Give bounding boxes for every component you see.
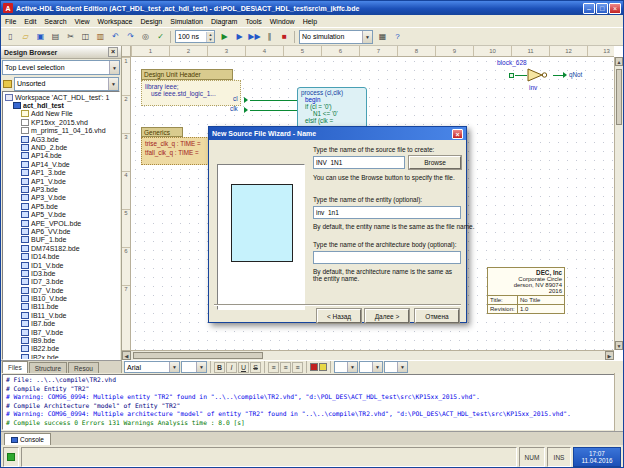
library-code-block[interactable]: library ieee;use ieee.std_logic_1... (141, 80, 241, 106)
scroll-left-icon[interactable]: ◀ (122, 351, 131, 360)
tree-item-file[interactable]: KP15xx_2015.vhd (3, 118, 119, 126)
font-family-combo[interactable]: Arial ▼ (124, 361, 180, 373)
tree-item-file[interactable]: IB22.bde (3, 345, 119, 353)
tree-item-file[interactable]: AP5.bde (3, 202, 119, 210)
tree-item-add-new-file[interactable]: Add New File (3, 110, 119, 118)
wire[interactable] (553, 75, 563, 76)
simulation-status-combo[interactable]: No simulation ▼ (299, 30, 373, 44)
console-output[interactable]: # File: ..\..\compile\TR2.vhd# Compile E… (2, 374, 622, 430)
tree-item-file[interactable]: IB9.bde (3, 336, 119, 344)
pin-label-clk[interactable]: clk (230, 105, 238, 112)
restart-icon[interactable]: ▶ (217, 30, 232, 44)
print-icon[interactable]: ▤ (48, 30, 63, 44)
tree-item-file[interactable]: ID1_V.bde (3, 261, 119, 269)
tree-item-file[interactable]: IB7_V.bde (3, 328, 119, 336)
pause-icon[interactable]: ∥ (262, 30, 277, 44)
menu-item[interactable]: Diagram (207, 18, 241, 25)
tree-item-file[interactable]: AP5_V.bde (3, 210, 119, 218)
tab-console[interactable]: Console (4, 433, 51, 445)
tree-item-file[interactable]: IB11_V.bde (3, 311, 119, 319)
tree-item-file[interactable]: AP6_VV.bde (3, 227, 119, 235)
maximize-button[interactable]: □ (596, 3, 608, 14)
tree-item-file[interactable]: AP1_3.bde (3, 169, 119, 177)
tree-item-file[interactable]: ID3.bde (3, 269, 119, 277)
menu-item[interactable]: View (71, 18, 94, 25)
align-left-icon[interactable]: ≡ (268, 362, 279, 373)
inverter-symbol[interactable] (527, 67, 553, 83)
waveform-icon[interactable]: ▦ (375, 30, 390, 44)
new-file-icon[interactable]: ▯ (3, 30, 18, 44)
tree-item-file[interactable]: DM74S182.bde (3, 244, 119, 252)
menu-item[interactable]: Window (266, 18, 299, 25)
italic-button[interactable]: I (226, 362, 237, 373)
tree-item-file[interactable]: AP3_V.bde (3, 194, 119, 202)
dialog-title-bar[interactable]: New Source File Wizard - Name × (209, 127, 466, 140)
underline-button[interactable]: U (238, 362, 249, 373)
horizontal-scrollbar[interactable]: ◀ ▶ (122, 350, 614, 360)
font-size-combo[interactable]: ▼ (181, 361, 207, 373)
pin-label-qnot[interactable]: qNot (569, 71, 582, 78)
tree-item-file[interactable]: IB10_V.bde (3, 294, 119, 302)
paste-icon[interactable]: ▥ (93, 30, 108, 44)
dialog-close-icon[interactable]: × (452, 129, 463, 139)
console-scrollbar[interactable] (614, 373, 623, 431)
find-icon[interactable]: ◎ (138, 30, 153, 44)
scroll-thumb[interactable] (616, 69, 622, 125)
undo-icon[interactable]: ↶ (108, 30, 123, 44)
wire[interactable] (250, 100, 297, 101)
tree-item-file[interactable]: AP3.bde (3, 185, 119, 193)
sort-combo[interactable]: Unsorted ▼ (14, 77, 119, 91)
scroll-up-icon[interactable]: ▲ (615, 57, 623, 66)
scroll-thumb[interactable] (133, 352, 263, 359)
cut-icon[interactable]: ✂ (63, 30, 78, 44)
style-combo[interactable]: ▼ (334, 361, 358, 373)
block-label[interactable]: block_628 (497, 59, 527, 66)
tree-item-file[interactable]: ID7_V.bde (3, 286, 119, 294)
panel-close-icon[interactable]: × (108, 47, 118, 57)
tree-item-file[interactable]: m_prims_11_04_16.vhd (3, 127, 119, 135)
design-unit-header-bar[interactable]: Design Unit Header (141, 69, 233, 80)
tree-item-file[interactable]: AP14.bde (3, 152, 119, 160)
menu-item[interactable]: Tools (241, 18, 265, 25)
redo-icon[interactable]: ↷ (123, 30, 138, 44)
tree-item-file[interactable]: IB7.bde (3, 320, 119, 328)
tree-item-design[interactable]: act_hdl_test (3, 101, 119, 109)
menu-item[interactable]: File (1, 18, 20, 25)
run-icon[interactable]: ▶ (232, 30, 247, 44)
menu-item[interactable]: Workspace (94, 18, 137, 25)
sidebar-tab[interactable]: Resou (68, 362, 99, 373)
tree-item-file[interactable]: AP1_V.bde (3, 177, 119, 185)
next-button[interactable]: Далее > (365, 309, 409, 323)
align-right-icon[interactable]: ≡ (292, 362, 303, 373)
tree-item-file[interactable]: AND_2.bde (3, 143, 119, 151)
generics-header-bar[interactable]: Generics (141, 127, 183, 137)
entity-name-input[interactable] (313, 206, 461, 219)
menu-item[interactable]: Edit (20, 18, 40, 25)
top-level-selector[interactable]: Top Level selection ▼ (2, 60, 120, 75)
menu-item[interactable]: Design (136, 18, 166, 25)
save-icon[interactable]: ▣ (33, 30, 48, 44)
run-until-icon[interactable]: ▶▶ (247, 30, 262, 44)
menu-item[interactable]: Simulation (166, 18, 207, 25)
menu-item[interactable]: Search (40, 18, 70, 25)
vertical-scrollbar[interactable]: ▲ ▼ (614, 57, 623, 350)
close-button[interactable]: × (609, 3, 621, 14)
browse-button[interactable]: Browse (409, 156, 461, 169)
style-combo[interactable]: ▼ (359, 361, 383, 373)
pin-label-cl[interactable]: cl (233, 95, 238, 102)
minimize-button[interactable]: – (583, 3, 595, 14)
cancel-button[interactable]: Отмена (415, 309, 459, 323)
scroll-right-icon[interactable]: ▶ (605, 351, 614, 360)
open-folder-icon[interactable]: ▱ (18, 30, 33, 44)
tree-item-file[interactable]: IB11.bde (3, 303, 119, 311)
file-name-input[interactable] (313, 156, 405, 169)
tree-item-file[interactable]: AP14_V.bde (3, 160, 119, 168)
tree-item-file[interactable]: ID14.bde (3, 252, 119, 260)
menu-item[interactable]: Help (299, 18, 321, 25)
help-icon[interactable]: ? (390, 30, 405, 44)
time-spinner[interactable]: ▲▼ (206, 32, 214, 42)
sidebar-tab[interactable]: Structure (29, 362, 67, 373)
strikethrough-button[interactable]: S (250, 362, 261, 373)
style-combo[interactable]: ▼ (384, 361, 408, 373)
tree-item-file[interactable]: IB2x.bde (3, 353, 119, 360)
